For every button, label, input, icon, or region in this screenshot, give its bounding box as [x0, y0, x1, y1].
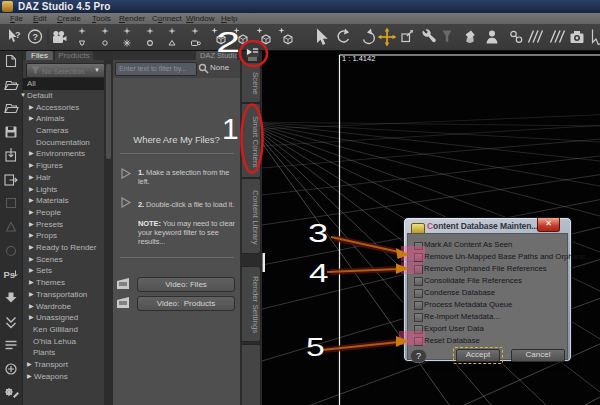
svg-text:4: 4: [309, 258, 329, 287]
svg-text:1: 1: [222, 112, 239, 145]
svg-text:3: 3: [308, 218, 328, 248]
svg-text:5: 5: [306, 333, 325, 361]
svg-text:2: 2: [216, 25, 240, 59]
